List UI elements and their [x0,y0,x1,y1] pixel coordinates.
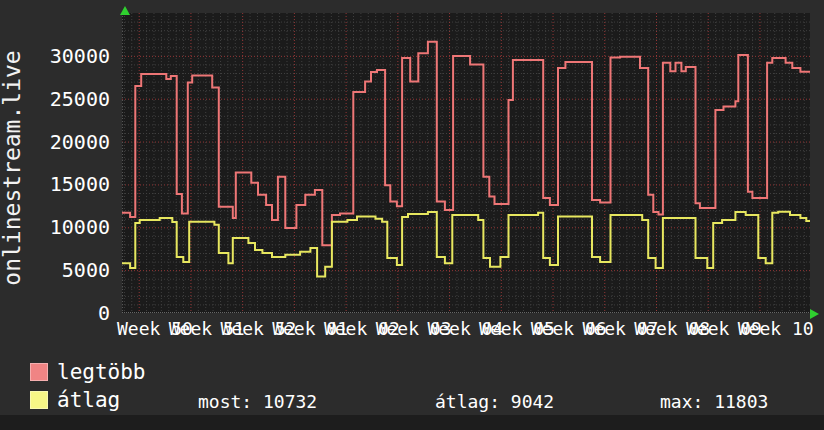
plot-area [122,13,810,313]
stat-most: most: 10732 [198,391,317,412]
y-tick-label-0: 0 [0,301,110,325]
legend-swatch-legtobb [30,363,48,381]
y-tick-label-20000: 20000 [0,130,110,154]
x-tick-label-week-10: Week 10 [738,318,814,339]
stat-max: max: 11803 [660,391,768,412]
y-tick-label-25000: 25000 [0,87,110,111]
y-axis-arrow-icon [120,6,130,15]
chart-svg [122,13,810,313]
series-line-atlag [122,212,810,277]
legend-swatch-atlag [30,391,48,409]
legend-label-legtobb: legtöbb [57,360,146,384]
legend-label-atlag: átlag [57,388,120,412]
y-tick-label-30000: 30000 [0,44,110,68]
rrd-graph-page: { "site_label": "onlinestream.live", "co… [0,0,824,430]
y-tick-label-5000: 5000 [0,258,110,282]
bottom-strip [0,415,824,430]
y-tick-label-10000: 10000 [0,215,110,239]
stat-atlag: átlag: 9042 [435,391,554,412]
y-tick-label-15000: 15000 [0,172,110,196]
